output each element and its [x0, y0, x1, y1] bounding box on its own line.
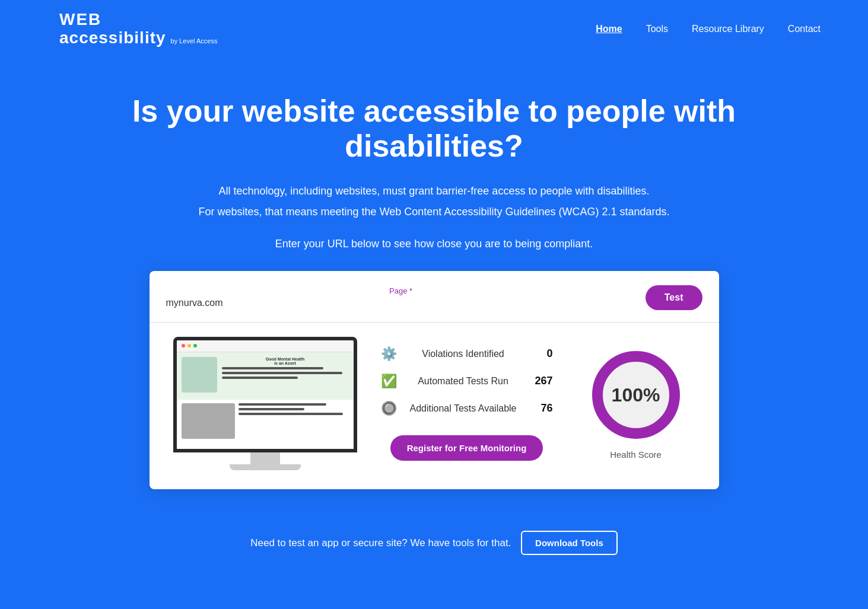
header: WEB accessibility by Level Access Home T… — [0, 0, 868, 58]
violations-label: Violations Identified — [405, 349, 522, 359]
bottom-cta-text: Need to test an app or secure site? We h… — [250, 537, 511, 549]
score-number: 100% — [612, 384, 660, 406]
main-nav: Home Tools Resource Library Contact — [596, 24, 821, 34]
tool-card-results: Good Mental Healthis an Asset — [150, 323, 719, 489]
nav-home[interactable]: Home — [596, 24, 622, 34]
mockup-banner: Good Mental Healthis an Asset — [177, 352, 354, 400]
mockup-browser-bar — [177, 340, 354, 352]
website-mockup: Good Mental Healthis an Asset — [177, 340, 354, 449]
input-label: Page * — [166, 286, 636, 295]
hero-section: Is your website accessible to people wit… — [0, 58, 868, 501]
mockup-body-line1 — [239, 403, 327, 406]
health-score-circle: 100% — [589, 347, 683, 442]
automated-label: Automated Tests Run — [405, 376, 522, 387]
register-free-monitoring-button[interactable]: Register for Free Monitoring — [390, 435, 543, 461]
mockup-body-line3 — [239, 413, 344, 415]
mockup-dot-green — [193, 344, 197, 347]
stats-area: ⚙️ Violations Identified 0 ✅ Automated T… — [381, 346, 553, 461]
automated-value: 267 — [529, 375, 553, 387]
bottom-cta: Need to test an app or secure site? We h… — [0, 501, 868, 591]
violations-value: 0 — [529, 347, 553, 360]
mockup-body — [177, 400, 354, 449]
screenshot-area: Good Mental Healthis an Asset — [173, 337, 357, 470]
logo-accessibility-text: accessibility — [59, 29, 166, 47]
monitor-screen: Good Mental Healthis an Asset — [173, 337, 357, 452]
logo: WEB accessibility by Level Access — [59, 11, 217, 47]
hero-headline: Is your website accessible to people wit… — [47, 94, 821, 165]
violations-row: ⚙️ Violations Identified 0 — [381, 346, 553, 362]
tool-card: Page * Test — [150, 271, 719, 489]
logo-by-text: by Level Access — [171, 37, 218, 44]
mockup-line1 — [222, 367, 323, 369]
mockup-dot-yellow — [187, 344, 191, 347]
mockup-banner-text: Good Mental Healthis an Asset — [222, 357, 349, 395]
automated-row: ✅ Automated Tests Run 267 — [381, 374, 553, 389]
monitor-frame: Good Mental Healthis an Asset — [173, 337, 357, 470]
url-input[interactable] — [166, 298, 636, 308]
hero-subtext2: For websites, that means meeting the Web… — [47, 203, 821, 221]
mockup-dot-red — [182, 344, 185, 347]
mockup-content: Good Mental Healthis an Asset — [177, 352, 354, 449]
additional-label: Additional Tests Available — [405, 403, 522, 414]
additional-value: 76 — [529, 402, 553, 414]
mockup-line3 — [222, 377, 298, 379]
mockup-banner-image — [182, 357, 217, 393]
mockup-title: Good Mental Healthis an Asset — [222, 357, 349, 365]
health-score-label: Health Score — [610, 449, 662, 460]
automated-icon: ✅ — [381, 374, 398, 389]
hero-cta-text: Enter your URL below to see how close yo… — [47, 235, 821, 253]
tool-card-input-row: Page * Test — [150, 271, 719, 323]
monitor-stand-base — [230, 464, 301, 470]
hero-subtext1: All technology, including websites, must… — [47, 182, 821, 200]
download-tools-button[interactable]: Download Tools — [521, 531, 618, 555]
additional-row: 🔘 Additional Tests Available 76 — [381, 401, 553, 416]
monitor-stand-neck — [250, 452, 280, 464]
logo-web-text: WEB — [59, 11, 217, 29]
mockup-body-text — [239, 403, 349, 445]
violations-icon: ⚙️ — [381, 346, 398, 362]
url-input-group: Page * — [166, 286, 636, 308]
score-area: 100% Health Score — [577, 347, 695, 460]
nav-tools[interactable]: Tools — [646, 24, 668, 34]
mockup-body-line2 — [239, 408, 305, 410]
mockup-body-image — [182, 403, 235, 439]
additional-icon: 🔘 — [381, 401, 398, 416]
mockup-line2 — [222, 372, 342, 374]
test-button[interactable]: Test — [646, 285, 702, 310]
nav-contact[interactable]: Contact — [788, 24, 821, 34]
nav-resource-library[interactable]: Resource Library — [692, 24, 764, 34]
